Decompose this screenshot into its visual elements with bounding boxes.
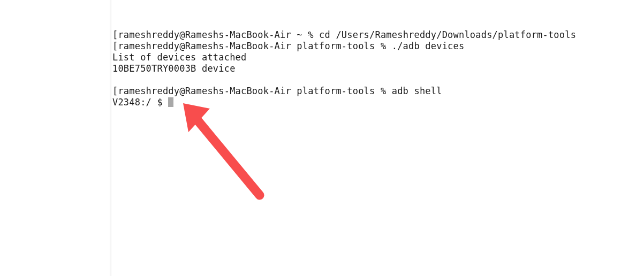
terminal-output[interactable]: [rameshreddy@Rameshs-MacBook-Air ~ % cd … <box>112 29 633 271</box>
prompt-bracket: [ <box>112 41 118 51</box>
output-text: 10BE750TRY0003B device <box>112 63 236 74</box>
terminal-line: V2348:/ $ <box>112 97 633 108</box>
terminal-line: 10BE750TRY0003B device <box>112 63 633 74</box>
command-text: ./adb devices <box>386 41 464 51</box>
output-text: List of devices attached <box>112 52 246 63</box>
shell-prompt: V2348:/ $ <box>112 97 168 108</box>
prompt-bracket: [ <box>112 86 118 96</box>
prompt-text: rameshreddy@Rameshs-MacBook-Air platform… <box>118 41 386 51</box>
terminal-line: [rameshreddy@Rameshs-MacBook-Air platfor… <box>112 41 633 52</box>
cursor-block[interactable] <box>168 97 173 107</box>
terminal-line: List of devices attached <box>112 52 633 63</box>
prompt-bracket: [ <box>112 29 118 40</box>
command-text: cd /Users/Rameshreddy/Downloads/platform… <box>314 29 576 40</box>
terminal-blank-line <box>112 74 633 86</box>
terminal-line: [rameshreddy@Rameshs-MacBook-Air platfor… <box>112 86 633 97</box>
command-text: adb shell <box>386 86 442 96</box>
terminal-line: [rameshreddy@Rameshs-MacBook-Air ~ % cd … <box>112 29 633 41</box>
prompt-text: rameshreddy@Rameshs-MacBook-Air platform… <box>118 86 386 96</box>
prompt-text: rameshreddy@Rameshs-MacBook-Air ~ % <box>118 29 313 40</box>
